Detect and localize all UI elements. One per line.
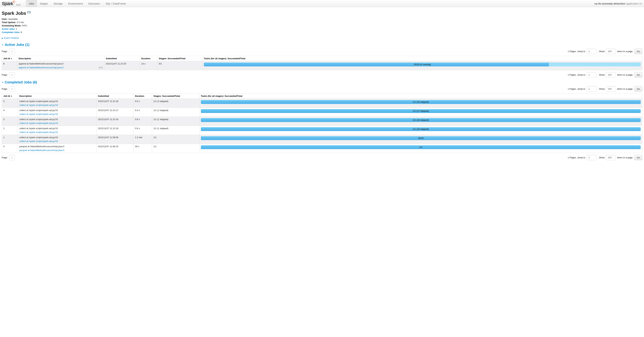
job-description-links: collect at /spark-scripts/spark-ad.py:53 [19, 131, 95, 133]
page-label: Page: [2, 50, 8, 53]
summary-active-jobs-link[interactable]: Active Jobs: [2, 28, 15, 30]
submitted-cell: 2022/11/07 11:10:20 [104, 61, 140, 70]
page-number-input[interactable] [9, 86, 15, 92]
column-description[interactable]: Description [18, 93, 96, 99]
task-progress-bar: 15/19 (4 running) [204, 62, 641, 66]
summary-user-value: stackable [8, 18, 18, 20]
job-description-text: collect at /spark-scripts/spark-ad.py:53 [19, 109, 95, 112]
active-jobs-title: Active Jobs (1) [5, 43, 30, 46]
kill-link[interactable]: (kill) [98, 66, 103, 69]
job-description-links: parquet at NativeMethodAccessorImpl.java… [19, 149, 95, 152]
tab-executors[interactable]: Executors [86, 0, 103, 7]
stages-cell: 1/1 (1 skipped) [152, 117, 200, 126]
job-description-cell: parquet at NativeMethodAccessorImpl.java… [18, 144, 96, 153]
job-detail-link[interactable]: collect at /spark-scripts/spark-ad.py:53 [19, 113, 58, 115]
active-jobs-table-head: Job Id▼ Description Submitted Duration S… [2, 56, 642, 61]
column-duration[interactable]: Duration [140, 56, 158, 61]
column-job-id[interactable]: Job Id▼ [2, 56, 17, 61]
job-detail-link[interactable]: collect at /spark-scripts/spark-ad.py:53 [19, 140, 58, 142]
job-description-cell: collect at /spark-scripts/spark-ad.py:53… [18, 126, 96, 135]
help-icon[interactable]: (?) [27, 11, 30, 13]
header-row: Job Id▼ Description Submitted Duration S… [2, 93, 642, 99]
job-description-links: collect at /spark-scripts/spark-ad.py:53 [19, 113, 95, 115]
go-button[interactable]: Go [634, 155, 642, 160]
tasks-cell: 1/1 (16 skipped) [200, 117, 642, 126]
tab-stages[interactable]: Stages [37, 0, 51, 7]
jump-to-input[interactable] [586, 49, 596, 54]
job-id-cell: 4 [2, 108, 18, 117]
summary-user: User: stackable [2, 18, 642, 20]
items-per-page-input[interactable] [606, 86, 616, 92]
jump-to-input[interactable] [586, 155, 596, 160]
header-row: Job Id▼ Description Submitted Duration S… [2, 56, 642, 61]
items-per-page-input[interactable] [606, 72, 616, 77]
job-row: 5 collect at /spark-scripts/spark-ad.py:… [2, 99, 642, 108]
jump-to-input[interactable] [586, 86, 596, 92]
summary-completed-jobs-link[interactable]: Completed Jobs: [2, 31, 20, 33]
items-label: items in a page. [617, 73, 633, 76]
job-detail-link[interactable]: collect at /spark-scripts/spark-ad.py:53 [19, 131, 58, 133]
column-tasks[interactable]: Tasks (for all stages): Succeeded/Total [200, 93, 642, 99]
job-id-cell: 3 [2, 117, 18, 126]
items-per-page-input[interactable] [606, 49, 616, 54]
column-stages[interactable]: Stages: Succeeded/Total [152, 93, 200, 99]
pagination-right: 1 Pages. Jump to . Show items in a page.… [568, 48, 642, 54]
pagination-active-top: Page: 1 Pages. Jump to . Show items in a… [2, 48, 642, 54]
tab-environment[interactable]: Environment [66, 0, 86, 7]
column-job-id[interactable]: Job Id▼ [2, 93, 18, 99]
tab-storage[interactable]: Storage [51, 0, 66, 7]
jump-to-input[interactable] [586, 72, 596, 77]
help-question-link[interactable]: ? [28, 11, 30, 13]
pagination-left: Page: [2, 49, 15, 54]
pagination-completed-top: Page: 1 Pages. Jump to . Show items in a… [2, 86, 642, 92]
pagination-right: 1 Pages. Jump to . Show items in a page.… [568, 86, 642, 92]
completed-jobs-header[interactable]: ▼Completed Jobs (6) [2, 80, 642, 84]
chevron-down-icon: ▼ [2, 81, 4, 83]
items-label: items in a page. [617, 50, 633, 53]
job-detail-link[interactable]: collect at /spark-scripts/spark-ad.py:53 [19, 104, 58, 106]
spark-star-icon: ★ ★ [12, 0, 16, 4]
summary-completed-jobs: Completed Jobs: 6 [2, 31, 642, 33]
duration-cell: 0.8 s [134, 126, 152, 135]
page-number-input[interactable] [9, 72, 15, 77]
pagination-active-bottom: Page: 1 Pages. Jump to . Show items in a… [2, 72, 642, 77]
completed-jobs-title: Completed Jobs (6) [5, 80, 37, 84]
job-description-cell: collect at /spark-scripts/spark-ad.py:53… [18, 99, 96, 108]
job-detail-link[interactable]: parquet at NativeMethodAccessorImpl.java… [19, 149, 64, 152]
job-description-text: append at NativeMethodAccessorImpl.java:… [18, 62, 103, 65]
summary-uptime: Total Uptime: 3.0 min [2, 21, 642, 24]
page-title: Spark Jobs (?) [2, 10, 642, 16]
completed-jobs-table-body: 5 collect at /spark-scripts/spark-ad.py:… [2, 99, 642, 153]
tab-sql-dataframe[interactable]: SQL / DataFrame [103, 0, 129, 7]
go-button[interactable]: Go [634, 86, 642, 92]
chevron-right-icon: ▶ [2, 37, 3, 39]
tab-jobs[interactable]: Jobs [26, 0, 37, 7]
application-suffix: application UI [626, 2, 642, 5]
column-tasks[interactable]: Tasks (for all stages): Succeeded/Total [202, 56, 642, 61]
job-description-links: collect at /spark-scripts/spark-ad.py:53 [19, 140, 95, 142]
items-per-page-input[interactable] [606, 155, 616, 160]
job-description-text: parquet at NativeMethodAccessorImpl.java… [19, 145, 95, 148]
go-button[interactable]: Go [634, 48, 642, 54]
go-button[interactable]: Go [634, 72, 642, 77]
active-jobs-table: Job Id▼ Description Submitted Duration S… [2, 56, 642, 70]
show-label: . Show [598, 88, 605, 90]
spark-brand: APACHE Spark ★ ★ 3.3.0 [0, 0, 22, 7]
column-submitted[interactable]: Submitted [96, 93, 134, 99]
show-label: . Show [598, 156, 605, 159]
column-stages[interactable]: Stages: Succeeded/Total [158, 56, 202, 61]
job-id-cell: 6 [2, 61, 17, 70]
job-detail-link[interactable]: append at NativeMethodAccessorImpl.java:… [18, 66, 64, 69]
task-progress-label: 1/1 (18 skipped) [201, 100, 641, 104]
job-detail-link[interactable]: collect at /spark-scripts/spark-ad.py:53 [19, 122, 58, 124]
column-submitted[interactable]: Submitted [104, 56, 140, 61]
page-number-input[interactable] [9, 49, 15, 54]
event-timeline-toggle[interactable]: ▶Event Timeline [2, 37, 642, 39]
page-label: Page: [2, 73, 8, 76]
active-jobs-header[interactable]: ▼Active Jobs (1) [2, 43, 642, 47]
stages-cell: 1/1 [152, 135, 200, 144]
page-number-input[interactable] [9, 155, 15, 160]
column-description[interactable]: Description [17, 56, 104, 61]
column-duration[interactable]: Duration [134, 93, 152, 99]
help-paren-close: ) [30, 11, 30, 13]
